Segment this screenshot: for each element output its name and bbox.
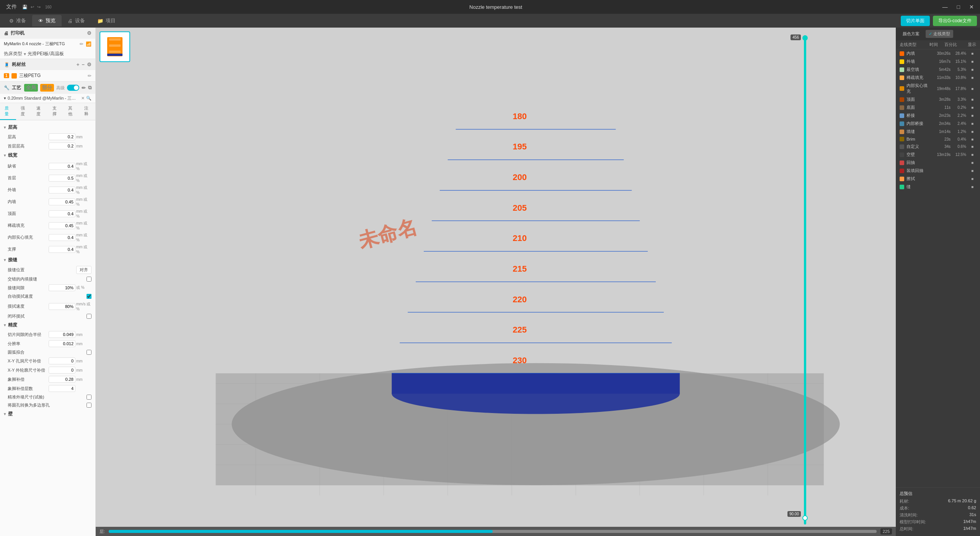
elephant-layers-input[interactable] bbox=[49, 385, 75, 392]
tab-speed[interactable]: 速度 bbox=[32, 103, 48, 120]
config-close-icon[interactable]: ✕ bbox=[81, 96, 85, 101]
first-layer-height-input[interactable] bbox=[49, 143, 75, 149]
config-search-icon[interactable]: 🔍 bbox=[86, 96, 91, 101]
bottom-show[interactable]: ■ bbox=[969, 105, 976, 110]
support-input[interactable] bbox=[49, 246, 75, 253]
process-edit-icon[interactable]: ✏ bbox=[82, 85, 86, 91]
filament-edit-icon[interactable]: ✏ bbox=[88, 73, 91, 79]
tab-prepare[interactable]: ⚙ 准备 bbox=[3, 15, 32, 26]
top-surface-input[interactable] bbox=[49, 210, 75, 217]
retract-show[interactable]: ■ bbox=[969, 161, 976, 165]
slice-gap-input[interactable] bbox=[49, 331, 75, 338]
staggered-seam-check[interactable] bbox=[87, 277, 91, 282]
infill-show[interactable]: ■ bbox=[969, 51, 976, 56]
tab-project[interactable]: 📁 项目 bbox=[91, 15, 122, 26]
edit-printer-icon[interactable]: ✏ bbox=[80, 41, 83, 47]
tab-device[interactable]: 🖨 设备 bbox=[62, 15, 91, 26]
group-seam[interactable]: ▾ 接缝 bbox=[0, 255, 95, 265]
rp-tab-color[interactable]: 颜色方案 bbox=[900, 30, 923, 38]
layer-height-input[interactable] bbox=[49, 133, 75, 140]
tab-other[interactable]: 其他 bbox=[64, 103, 80, 120]
xy-outer-input[interactable] bbox=[49, 367, 75, 374]
rp-row-bridge[interactable]: 桥接 2m23s 2.2% ■ bbox=[896, 111, 980, 120]
group-layer-height[interactable]: ▾ 层高 bbox=[0, 123, 95, 132]
default-width-input[interactable] bbox=[49, 163, 75, 170]
printer-settings-icon[interactable]: ⚙ bbox=[87, 30, 91, 36]
seam-show[interactable]: ■ bbox=[969, 185, 976, 189]
solid-show[interactable]: ■ bbox=[969, 87, 976, 91]
wipe-show[interactable]: ■ bbox=[969, 177, 976, 181]
wifi-icon[interactable]: 📶 bbox=[86, 41, 91, 47]
sparse-infill-show[interactable]: ■ bbox=[969, 75, 976, 80]
rp-tab-type[interactable]: ✓ 走线类型 bbox=[926, 30, 953, 38]
toolbar-icon-undo[interactable]: ↩ bbox=[31, 5, 34, 10]
tab-notes[interactable]: 注释 bbox=[80, 103, 96, 120]
loop-wipe-check[interactable] bbox=[87, 314, 91, 319]
inner-bridge-show[interactable]: ■ bbox=[969, 121, 976, 126]
process-toggle[interactable] bbox=[67, 85, 79, 91]
wipe-speed-input[interactable] bbox=[49, 303, 75, 310]
filament-settings-icon[interactable]: ⚙ bbox=[87, 62, 91, 67]
tab-quality[interactable]: 质量 bbox=[0, 103, 16, 120]
toolbar-icon-save[interactable]: 💾 bbox=[22, 5, 28, 10]
rp-row-top[interactable]: 顶面 3m28s 3.3% ■ bbox=[896, 95, 980, 103]
rp-row-retract[interactable]: 回抽 ■ bbox=[896, 159, 980, 167]
process-copy-icon[interactable]: ⧉ bbox=[88, 85, 91, 91]
file-menu[interactable]: 文件 bbox=[4, 3, 19, 11]
toolbar-icon-redo[interactable]: ↪ bbox=[37, 5, 41, 10]
rp-row-gap[interactable]: 填缝 1m14s 1.2% ■ bbox=[896, 128, 980, 136]
tab-support[interactable]: 支撑 bbox=[48, 103, 64, 120]
rp-row-sparse-infill[interactable]: 稀疏填充 11m33s 10.8% ■ bbox=[896, 74, 980, 82]
poly-holes-check[interactable] bbox=[87, 403, 91, 408]
slider-handle-bottom[interactable] bbox=[802, 515, 808, 521]
rp-row-sparse[interactable]: 最空填 5m42s 5.3% ■ bbox=[896, 66, 980, 74]
rp-row-seam[interactable]: 缝 ■ bbox=[896, 183, 980, 191]
empty-wall-show[interactable]: ■ bbox=[969, 152, 976, 157]
close-btn[interactable]: ✕ bbox=[967, 3, 976, 11]
precise-wall-check[interactable] bbox=[87, 395, 91, 400]
rp-row-outer[interactable]: 外墙 16m7s 15.1% ■ bbox=[896, 57, 980, 66]
rp-row-solid[interactable]: 内部实心填充 19m48s 17.8% ■ bbox=[896, 82, 980, 95]
top-show[interactable]: ■ bbox=[969, 97, 976, 102]
rp-row-infill[interactable]: 内填 30m26s 28.4% ■ bbox=[896, 49, 980, 57]
add-filament-btn[interactable]: + bbox=[77, 62, 80, 67]
minimize-btn[interactable]: — bbox=[940, 3, 950, 11]
rp-row-inner-bridge[interactable]: 内部桥接 2m34s 2.4% ■ bbox=[896, 120, 980, 128]
custom-show[interactable]: ■ bbox=[969, 144, 976, 149]
remove-filament-btn[interactable]: − bbox=[82, 62, 85, 67]
arc-fitting-check[interactable] bbox=[87, 350, 91, 355]
group-precision[interactable]: ▾ 精度 bbox=[0, 320, 95, 330]
group-wall[interactable]: ▾ 壁 bbox=[0, 409, 95, 419]
gap-show[interactable]: ■ bbox=[969, 129, 976, 134]
sparse-infill-input[interactable] bbox=[49, 222, 75, 229]
first-layer-width-input[interactable] bbox=[49, 175, 75, 182]
slider-handle-top[interactable] bbox=[802, 35, 808, 41]
resolution-input[interactable] bbox=[49, 340, 75, 347]
elephant-foot-input[interactable] bbox=[49, 376, 75, 383]
export-button[interactable]: 导出G-code文件 bbox=[933, 16, 977, 26]
outer-wall-input[interactable] bbox=[49, 187, 75, 193]
outer-show[interactable]: ■ bbox=[969, 59, 976, 64]
progress-track[interactable] bbox=[109, 530, 877, 533]
brim-show[interactable]: ■ bbox=[969, 137, 976, 141]
seam-pos-select[interactable]: 对齐 bbox=[76, 266, 91, 274]
maximize-btn[interactable]: □ bbox=[955, 3, 962, 11]
sparse-show[interactable]: ■ bbox=[969, 67, 976, 72]
rp-row-prime-tower[interactable]: 装填回抽 ■ bbox=[896, 167, 980, 175]
bridge-show[interactable]: ■ bbox=[969, 113, 976, 118]
xy-hole-input[interactable] bbox=[49, 357, 75, 364]
seam-gap-input[interactable] bbox=[49, 284, 75, 291]
tab-preview[interactable]: 👁 预览 bbox=[32, 15, 62, 26]
rp-row-empty-wall[interactable]: 空壁 13m19s 12.5% ■ bbox=[896, 151, 980, 159]
group-line-width[interactable]: ▾ 线宽 bbox=[0, 151, 95, 160]
slice-button[interactable]: 切片单面 bbox=[901, 16, 930, 26]
inner-wall-input[interactable] bbox=[49, 198, 75, 205]
tab-strength[interactable]: 强度 bbox=[16, 103, 32, 120]
prime-tower-show[interactable]: ■ bbox=[969, 169, 976, 173]
config-checkbox[interactable]: ▾ bbox=[4, 96, 6, 101]
solid-infill-input[interactable] bbox=[49, 234, 75, 241]
filament-color-swatch[interactable] bbox=[11, 73, 17, 79]
rp-row-brim[interactable]: Brim 23s 0.4% ■ bbox=[896, 136, 980, 143]
thumbnail-item[interactable] bbox=[100, 31, 130, 62]
rp-row-wipe[interactable]: 擦拭 ■ bbox=[896, 175, 980, 183]
